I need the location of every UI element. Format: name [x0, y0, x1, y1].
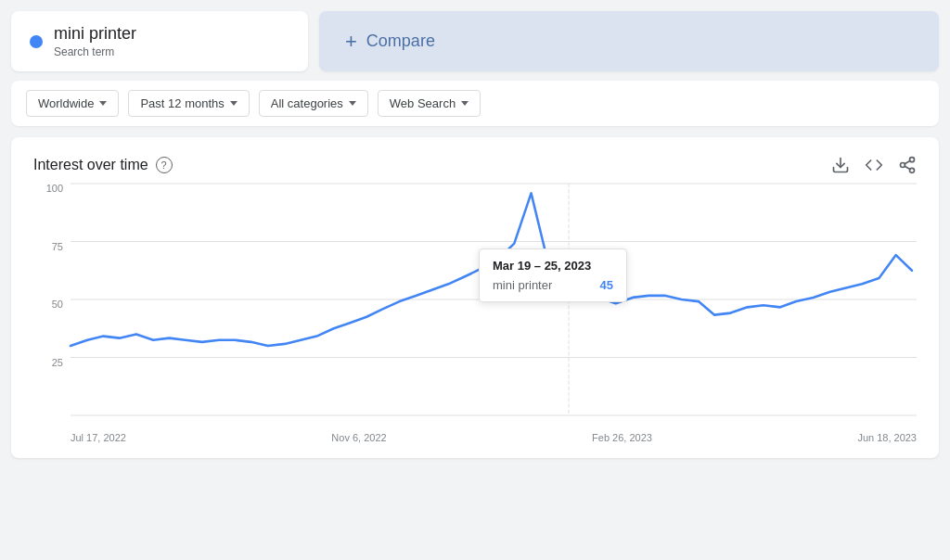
embed-icon[interactable] — [865, 156, 883, 174]
tooltip-value: 45 — [600, 278, 613, 292]
tooltip-term: mini printer — [493, 278, 552, 292]
y-label-75: 75 — [52, 242, 63, 252]
x-label-feb: Feb 26, 2023 — [592, 432, 652, 443]
chevron-down-icon — [99, 101, 107, 106]
y-label-25: 25 — [52, 358, 63, 368]
tooltip: Mar 19 – 25, 2023 mini printer 45 — [479, 248, 627, 302]
tooltip-date: Mar 19 – 25, 2023 — [493, 259, 613, 273]
filter-time-label: Past 12 months — [140, 96, 224, 110]
compare-plus-icon: + — [345, 30, 357, 54]
y-label-100: 100 — [46, 184, 63, 194]
filter-categories-label: All categories — [271, 96, 343, 110]
download-icon[interactable] — [831, 156, 850, 174]
compare-label: Compare — [366, 32, 435, 51]
compare-card[interactable]: + Compare — [319, 11, 939, 71]
term-label: Search term — [54, 45, 136, 58]
search-term-card: mini printer Search term — [11, 11, 308, 71]
filter-search-type-label: Web Search — [390, 96, 456, 110]
x-axis: Jul 17, 2022 Nov 6, 2022 Feb 26, 2023 Ju… — [71, 421, 917, 443]
chart-card: Interest over time ? — [11, 137, 939, 458]
y-label-50: 50 — [52, 299, 63, 310]
tooltip-row: mini printer 45 — [493, 278, 613, 292]
x-label-jun: Jun 18, 2023 — [857, 432, 917, 443]
chevron-down-icon — [349, 101, 356, 106]
x-label-nov: Nov 6, 2022 — [331, 432, 386, 443]
svg-line-4 — [905, 166, 910, 169]
share-icon[interactable] — [898, 156, 917, 174]
chart-title-text: Interest over time — [33, 157, 148, 173]
filter-worldwide[interactable]: Worldwide — [26, 90, 119, 117]
chart-actions — [831, 156, 917, 174]
filter-worldwide-label: Worldwide — [38, 96, 94, 110]
x-label-jul: Jul 17, 2022 — [71, 432, 126, 443]
term-name: mini printer — [54, 24, 136, 44]
help-icon[interactable]: ? — [156, 157, 173, 173]
chart-inner: Mar 19 – 25, 2023 mini printer 45 — [71, 184, 917, 415]
chart-area: 100 75 50 25 Mar 19 – 25, 2023 — [33, 184, 917, 443]
y-axis: 100 75 50 25 — [33, 184, 71, 415]
chart-title-area: Interest over time ? — [33, 157, 173, 173]
filters-row: Worldwide Past 12 months All categories … — [11, 81, 939, 126]
search-term-dot — [30, 35, 43, 48]
filter-categories[interactable]: All categories — [259, 90, 368, 117]
filter-time[interactable]: Past 12 months — [128, 90, 249, 117]
chevron-down-icon — [230, 101, 238, 106]
search-term-info: mini printer Search term — [54, 24, 136, 58]
filter-search-type[interactable]: Web Search — [378, 90, 481, 117]
chart-header: Interest over time ? — [33, 156, 917, 174]
chevron-down-icon — [461, 101, 469, 106]
svg-line-5 — [905, 160, 910, 163]
